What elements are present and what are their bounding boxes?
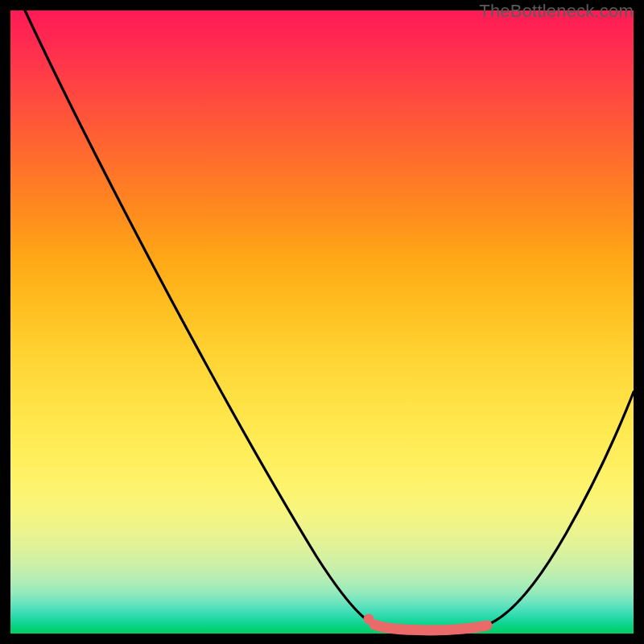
chart-svg — [10, 10, 634, 634]
bottleneck-curve-right — [485, 392, 634, 625]
bottleneck-curve-left — [25, 10, 373, 624]
chart-frame: TheBottleneck.com — [10, 10, 634, 634]
optimal-range-start-dot — [364, 614, 374, 625]
optimal-range-highlight — [374, 625, 487, 630]
